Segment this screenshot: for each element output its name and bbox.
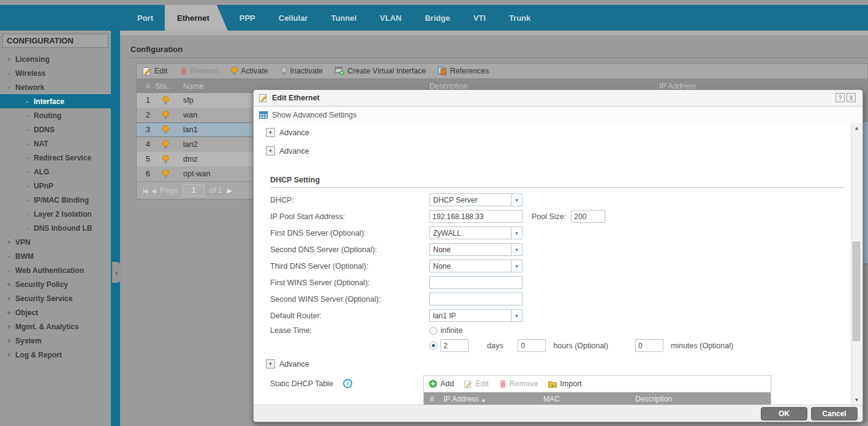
grid-table-icon <box>259 111 268 119</box>
sidebar-item-upnp[interactable]: -UPnP <box>0 179 111 193</box>
chevron-down-icon: ▾ <box>511 260 522 272</box>
first-page-icon[interactable]: |◀ <box>143 187 146 194</box>
lease-minutes-input[interactable] <box>635 339 663 352</box>
sidebar-item-security-service[interactable]: +Security Service <box>0 291 111 305</box>
sidebar-item-mgmt-analytics[interactable]: +Mgmt. & Analytics <box>0 320 111 334</box>
scroll-down-icon[interactable]: ▼ <box>851 397 862 403</box>
show-advanced-settings-button[interactable]: Show Advanced Settings <box>254 106 862 124</box>
default-router-row: Default Router: lan1 IP ▾ <box>270 307 838 324</box>
sidebar-item-interface[interactable]: -Interface <box>0 94 111 108</box>
remove-button[interactable]: Remove <box>180 67 219 75</box>
dialog-body: ▼ Advance ▼ Advance DHCP Setting DHCP: D… <box>254 123 862 405</box>
lease-days-input[interactable] <box>440 339 469 352</box>
second-dns-select[interactable]: None ▾ <box>429 243 523 256</box>
sidebar-item-web-authentication[interactable]: -Web Authentication <box>0 263 111 277</box>
tab-tunnel[interactable]: Tunnel <box>319 5 368 31</box>
bulb-off-icon <box>281 67 287 76</box>
title-underline <box>130 58 868 58</box>
sidebar-item-bwm[interactable]: -BWM <box>0 249 111 263</box>
cancel-button[interactable]: Cancel <box>811 407 858 420</box>
sidebar-item-redirect-service[interactable]: -Redirect Service <box>0 151 111 165</box>
dialog-title: Edit Ethernet <box>272 94 320 102</box>
sidebar-item-security-policy[interactable]: +Security Policy <box>0 277 111 291</box>
page-scrollbar-track[interactable] <box>863 92 868 422</box>
ip-pool-start-input[interactable] <box>429 210 523 223</box>
tab-trunk[interactable]: Trunk <box>497 5 542 31</box>
advance-toggle-1[interactable]: ▼ Advance <box>266 128 309 137</box>
page-title: Configuration <box>130 45 183 54</box>
next-page-icon[interactable]: ▶ <box>227 187 231 194</box>
sidebar-item-nat[interactable]: -NAT <box>0 136 111 151</box>
tab-ppp[interactable]: PPP <box>228 5 267 31</box>
dns3-label: Third DNS Server (Optional): <box>270 262 429 271</box>
page-scrollbar-thumb[interactable] <box>863 121 868 264</box>
sidebar-item-layer2-isolation[interactable]: -Layer 2 Isolation <box>0 207 111 221</box>
dhcp-mode-select[interactable]: DHCP Server ▾ <box>429 193 523 206</box>
tab-port[interactable]: Port <box>126 5 165 31</box>
sidebar-item-network[interactable]: -Network <box>0 80 111 94</box>
sidebar-item-ip-mac-binding[interactable]: -IP/MAC Binding <box>0 193 111 207</box>
leaf-icon: - <box>23 140 31 148</box>
sidebar-item-log-report[interactable]: +Log & Report <box>0 348 111 362</box>
tab-cellular[interactable]: Cellular <box>267 5 320 31</box>
sidebar-item-ddns[interactable]: -DDNS <box>0 122 111 136</box>
dns1-label: First DNS Server (Optional): <box>270 229 429 237</box>
tab-vlan[interactable]: VLAN <box>368 5 413 31</box>
help-button[interactable]: ? <box>836 93 845 102</box>
tab-vti[interactable]: VTI <box>462 5 497 31</box>
first-wins-input[interactable] <box>429 276 523 289</box>
lease-infinite-radio[interactable] <box>429 327 437 335</box>
references-button[interactable]: References <box>438 67 489 75</box>
advance-toggle-2[interactable]: ▼ Advance <box>266 146 309 155</box>
scroll-up-icon[interactable]: ▲ <box>851 125 862 131</box>
static-table-toolbar: Add Edit Remove Import <box>424 376 771 392</box>
dhcp-form: DHCP: DHCP Server ▾ IP Pool Start Addres… <box>270 192 838 354</box>
close-icon[interactable]: X <box>847 93 856 102</box>
dialog-footer: OK Cancel <box>254 405 862 422</box>
tab-ethernet[interactable]: Ethernet <box>165 5 228 31</box>
chevron-down-icon: ▾ <box>511 244 522 255</box>
sidebar-item-vpn[interactable]: +VPN <box>0 235 111 249</box>
sidebar-item-system[interactable]: +System <box>0 334 111 348</box>
prev-page-icon[interactable]: ◀ <box>151 187 155 194</box>
sidebar-item-alg[interactable]: -ALG <box>0 165 111 179</box>
tab-bridge[interactable]: Bridge <box>413 5 461 31</box>
info-icon[interactable]: i <box>343 379 352 388</box>
pool-size-input[interactable] <box>571 210 605 223</box>
dialog-scrollbar-thumb[interactable] <box>853 242 860 341</box>
sidebar-item-wireless[interactable]: -Wireless <box>0 66 111 80</box>
import-button[interactable]: Import <box>548 379 581 388</box>
static-dhcp-section: Static DHCP Table i Add Edit <box>270 375 771 405</box>
add-button[interactable]: Add <box>429 379 454 388</box>
static-col-mac[interactable]: MAC <box>543 395 635 403</box>
sidebar-item-dns-inbound-lb[interactable]: -DNS Inbound LB <box>0 221 111 235</box>
edit-button[interactable]: Edit <box>143 67 168 75</box>
sidebar-item-object[interactable]: +Object <box>0 305 111 320</box>
third-dns-select[interactable]: None ▾ <box>429 260 523 272</box>
first-dns-select[interactable]: ZyWALL ▾ <box>429 226 523 239</box>
chevron-down-icon: ▾ <box>511 227 522 239</box>
sidebar-item-licensing[interactable]: +Licensing <box>0 52 111 66</box>
page-number-input[interactable] <box>183 184 205 196</box>
lease-duration-radio[interactable] <box>429 342 437 349</box>
default-router-select[interactable]: lan1 IP ▾ <box>429 309 523 322</box>
ok-button[interactable]: OK <box>761 407 807 420</box>
activate-button[interactable]: Activate <box>231 67 268 76</box>
second-wins-input[interactable] <box>429 293 523 305</box>
static-edit-button[interactable]: Edit <box>464 379 489 388</box>
sidebar-collapse-handle[interactable]: ‹ <box>112 262 121 283</box>
static-col-description[interactable]: Description <box>635 395 771 403</box>
lease-hours-input[interactable] <box>518 339 546 352</box>
inactivate-button[interactable]: Inactivate <box>281 67 323 76</box>
content-top-band <box>120 31 868 36</box>
col-status[interactable]: Sta... <box>155 82 183 91</box>
dialog-titlebar[interactable]: Edit Ethernet ? X <box>254 90 862 106</box>
static-col-ip[interactable]: IP Address ▲ <box>443 395 543 403</box>
chevron-down-icon: ▼ <box>266 146 275 155</box>
advance-toggle-3[interactable]: ▼ Advance <box>266 359 309 368</box>
create-virtual-interface-button[interactable]: Create Virtual Interface <box>335 67 426 75</box>
dialog-scrollbar-track[interactable]: ▲ ▼ <box>851 123 862 405</box>
sidebar-item-routing[interactable]: -Routing <box>0 108 111 122</box>
static-remove-button[interactable]: Remove <box>499 379 538 388</box>
edit-pencil-icon <box>143 67 151 75</box>
